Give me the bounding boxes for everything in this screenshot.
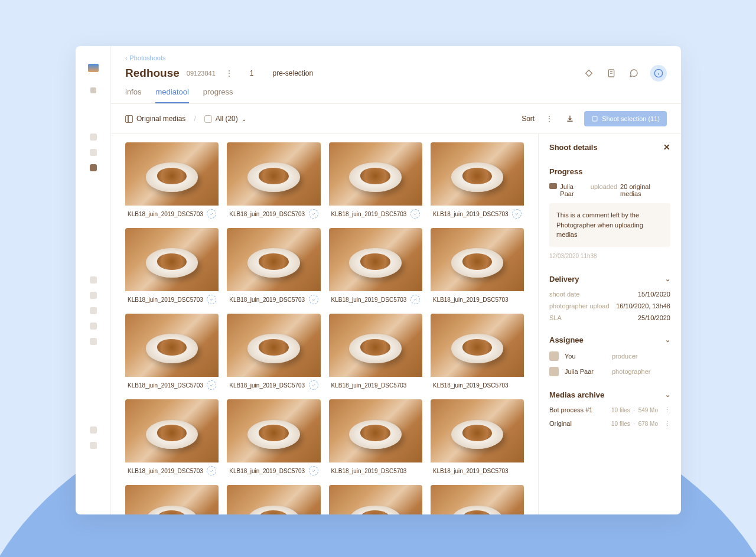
selection-badge-icon[interactable] <box>207 466 216 475</box>
rail-item-8[interactable] <box>90 323 97 330</box>
selection-badge-icon[interactable] <box>309 466 318 475</box>
chevron-down-icon[interactable]: ⌄ <box>665 275 670 283</box>
rail-item-3[interactable] <box>90 149 97 156</box>
breadcrumb-label: Photoshoots <box>129 54 165 61</box>
shoot-details-panel: Shoot details ✕ Progress Julia Paar uplo… <box>538 134 681 514</box>
select-all-toggle[interactable]: All (20) ⌄ <box>204 115 246 123</box>
tab-progress[interactable]: progress <box>203 87 233 103</box>
media-card-footer: KLB18_juin_2019_DSC5703 <box>329 462 422 477</box>
media-card[interactable] <box>329 485 422 514</box>
media-card[interactable]: KLB18_juin_2019_DSC5703 <box>125 142 219 220</box>
selection-badge-icon[interactable] <box>207 295 216 304</box>
media-thumbnail <box>125 228 219 291</box>
media-card[interactable]: KLB18_juin_2019_DSC5703 <box>227 142 320 220</box>
rail-item-6[interactable] <box>90 292 97 299</box>
selection-badge-icon[interactable] <box>410 209 420 219</box>
sort-button[interactable]: Sort <box>522 115 535 123</box>
assignee-section: Assignee ⌄ You producer Julia Paar photo… <box>549 335 670 376</box>
app-logo[interactable] <box>88 64 99 72</box>
selection-badge-icon[interactable] <box>309 295 318 304</box>
media-card[interactable]: KLB18_juin_2019_DSC5703 <box>431 399 524 477</box>
selection-badge-icon[interactable] <box>207 209 216 219</box>
media-card[interactable]: KLB18_juin_2019_DSC5703 <box>227 228 320 305</box>
tag-icon[interactable] <box>583 67 595 79</box>
media-card[interactable]: KLB18_juin_2019_DSC5703 <box>329 399 422 477</box>
media-card[interactable]: KLB18_juin_2019_DSC5703 <box>125 228 219 305</box>
tab-infos[interactable]: infos <box>125 87 141 103</box>
info-icon[interactable] <box>650 65 667 82</box>
media-card[interactable]: KLB18_juin_2019_DSC5703 <box>431 314 524 391</box>
selection-badge-icon[interactable] <box>309 209 318 219</box>
download-icon[interactable] <box>564 113 576 125</box>
sort-more-icon[interactable]: ⋮ <box>543 114 556 123</box>
chevron-down-icon[interactable]: ⌄ <box>665 391 670 399</box>
rail-item-5[interactable] <box>90 276 97 284</box>
media-card[interactable]: KLB18_juin_2019_DSC5703 <box>329 142 422 220</box>
media-card[interactable]: KLB18_juin_2019_DSC5703 <box>329 228 422 305</box>
shoot-selection-button[interactable]: Shoot selection (11) <box>584 111 667 126</box>
media-thumbnail <box>125 142 219 206</box>
media-filename: KLB18_juin_2019_DSC5703 <box>433 211 509 217</box>
media-card[interactable]: KLB18_juin_2019_DSC5703 <box>125 314 219 391</box>
more-menu-icon[interactable]: ⋮ <box>223 69 236 78</box>
media-card[interactable] <box>227 485 320 514</box>
chevron-down-icon[interactable]: ⌄ <box>665 336 670 344</box>
media-card[interactable] <box>431 485 524 514</box>
progress-event: Julia Paar uploaded 20 original medias <box>549 183 670 197</box>
separator: / <box>194 115 195 123</box>
breadcrumb[interactable]: ‹ Photoshoots <box>125 54 667 61</box>
more-icon[interactable]: ⋮ <box>658 406 670 414</box>
media-card-footer: KLB18_juin_2019_DSC5703 <box>431 291 524 305</box>
rail-item-10[interactable] <box>90 426 97 434</box>
media-card[interactable]: KLB18_juin_2019_DSC5703 <box>227 314 320 391</box>
media-card[interactable] <box>125 485 219 514</box>
archive-meta: 10 files · 549 Mo <box>611 407 658 413</box>
media-filename: KLB18_juin_2019_DSC5703 <box>128 211 203 217</box>
media-card-footer: KLB18_juin_2019_DSC5703 <box>125 291 219 305</box>
comment-icon[interactable] <box>628 67 640 79</box>
checkbox-icon <box>204 115 212 123</box>
shoot-date-key: shoot date <box>549 291 579 298</box>
rail-item-4[interactable] <box>90 164 97 171</box>
nav-rail <box>76 46 111 514</box>
rail-item-1[interactable] <box>90 87 96 93</box>
rail-item-2[interactable] <box>90 133 97 141</box>
original-medias-label: Original medias <box>136 115 185 123</box>
media-card-footer: KLB18_juin_2019_DSC5703 <box>431 377 524 391</box>
media-card[interactable]: KLB18_juin_2019_DSC5703 <box>329 314 422 391</box>
media-thumbnail <box>227 314 320 377</box>
selection-badge-icon[interactable] <box>207 380 216 390</box>
media-thumbnail <box>227 485 320 514</box>
archive-row: Bot process #1 10 files · 549 Mo ⋮ <box>549 406 670 414</box>
rail-item-7[interactable] <box>90 307 97 314</box>
progress-section: Progress Julia Paar uploaded 20 original… <box>549 167 670 259</box>
archive-name: Original <box>549 420 611 427</box>
media-card-footer: KLB18_juin_2019_DSC5703 <box>329 206 422 220</box>
grid-icon <box>125 115 133 123</box>
media-card[interactable]: KLB18_juin_2019_DSC5703 <box>227 399 320 477</box>
titlebar: Redhouse 09123841 ⋮ 1 pre-selection <box>125 65 667 82</box>
all-count-label: All (20) <box>216 115 238 123</box>
rail-item-9[interactable] <box>90 338 97 345</box>
assignee-role: producer <box>612 353 637 360</box>
assignee-title: Assignee <box>549 335 584 344</box>
media-card[interactable]: KLB18_juin_2019_DSC5703 <box>431 228 524 305</box>
assignee-name: Julia Paar <box>565 368 606 375</box>
delivery-row: shoot date 15/10/2020 <box>549 291 670 298</box>
media-card-footer: KLB18_juin_2019_DSC5703 <box>329 291 422 305</box>
original-medias-toggle[interactable]: Original medias <box>125 115 185 123</box>
more-icon[interactable]: ⋮ <box>658 420 670 428</box>
media-card[interactable]: KLB18_juin_2019_DSC5703 <box>431 142 524 220</box>
media-filename: KLB18_juin_2019_DSC5703 <box>229 468 305 474</box>
selection-badge-icon[interactable] <box>512 209 522 219</box>
selection-badge-icon[interactable] <box>410 295 420 304</box>
media-card-footer: KLB18_juin_2019_DSC5703 <box>227 462 320 477</box>
notes-icon[interactable] <box>605 67 617 79</box>
tab-mediatool[interactable]: mediatool <box>155 87 188 103</box>
media-grid-scroll[interactable]: KLB18_juin_2019_DSC5703KLB18_juin_2019_D… <box>111 134 538 514</box>
media-card[interactable]: KLB18_juin_2019_DSC5703 <box>125 399 219 477</box>
rail-item-11[interactable] <box>90 442 97 449</box>
shoot-date-value: 15/10/2020 <box>638 291 670 298</box>
close-icon[interactable]: ✕ <box>663 142 670 152</box>
selection-badge-icon[interactable] <box>309 380 318 390</box>
